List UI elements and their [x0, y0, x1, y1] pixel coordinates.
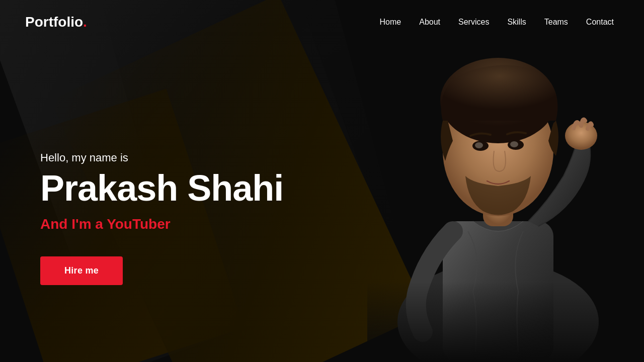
nav-contact[interactable]: Contact — [586, 18, 614, 27]
hero-name: Prakash Shahi — [40, 169, 283, 208]
nav-skills[interactable]: Skills — [507, 18, 526, 27]
hero-subtitle-prefix: And I'm a — [40, 216, 107, 232]
hire-me-button[interactable]: Hire me — [40, 256, 123, 285]
svg-rect-10 — [367, 282, 629, 362]
header: Portfolio. Home About Services Skills Te… — [0, 0, 644, 44]
hero-subtitle: And I'm a YouTuber — [40, 216, 283, 232]
nav-home[interactable]: Home — [380, 18, 401, 27]
nav-teams[interactable]: Teams — [544, 18, 568, 27]
hero-subtitle-highlight: YouTuber — [107, 216, 171, 232]
hero-text: Hello, my name is Prakash Shahi And I'm … — [40, 151, 283, 286]
hero-image — [352, 20, 644, 362]
logo: Portfolio. — [25, 14, 87, 30]
nav-services[interactable]: Services — [458, 18, 489, 27]
person-illustration — [367, 30, 629, 362]
hero-section: Hello, my name is Prakash Shahi And I'm … — [0, 44, 644, 362]
svg-point-7 — [475, 142, 483, 148]
nav-about[interactable]: About — [419, 18, 440, 27]
svg-point-8 — [510, 141, 518, 147]
hero-greeting: Hello, my name is — [40, 151, 283, 164]
logo-text: Portfolio. — [25, 14, 87, 30]
main-nav: Home About Services Skills Teams Contact — [380, 18, 614, 27]
